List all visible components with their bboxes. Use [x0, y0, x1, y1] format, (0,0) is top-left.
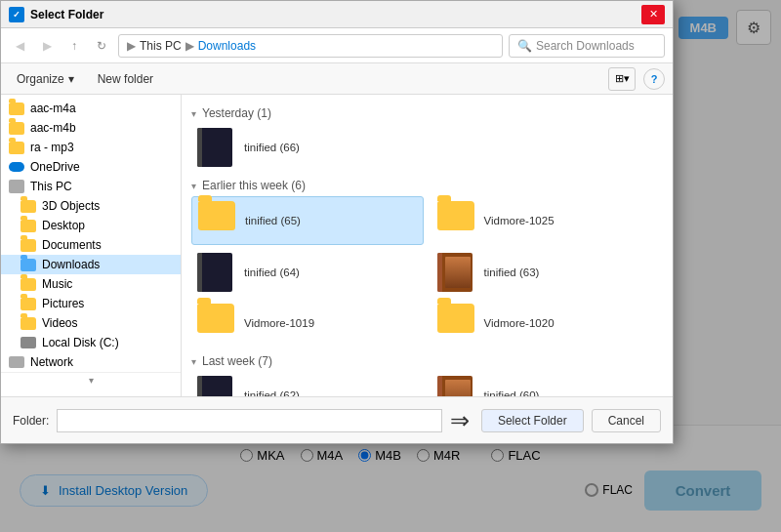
- navigation-tree: aac-m4aaac-m4bra - mp3OneDriveThis PC3D …: [1, 95, 182, 396]
- file-thumbnail: [197, 253, 236, 292]
- nav-item-aac-m4a[interactable]: aac-m4a: [1, 99, 181, 118]
- folder-large-icon: [437, 304, 474, 333]
- nav-item-label: Music: [42, 277, 72, 291]
- file-name: tinified (63): [484, 266, 540, 280]
- file-name: tinified (60): [484, 389, 540, 396]
- cancel-button[interactable]: Cancel: [592, 409, 661, 432]
- chevron-down-icon: ▾: [191, 356, 196, 367]
- folder-icon: [21, 239, 36, 252]
- folder-large-icon: [198, 201, 235, 230]
- nav-item-label: OneDrive: [30, 160, 80, 174]
- file-thumbnail: [437, 304, 476, 343]
- file-name: tinified (65): [245, 214, 301, 228]
- address-path: ▶ This PC ▶ Downloads: [118, 34, 503, 58]
- chevron-down-icon: ▾: [191, 108, 196, 119]
- nav-item-label: Downloads: [42, 258, 100, 271]
- dialog-footer: Folder: ⇒ Select Folder Cancel: [1, 396, 673, 443]
- nav-item-label: ra - mp3: [30, 141, 74, 154]
- section-header[interactable]: ▾ Yesterday (1): [191, 106, 663, 120]
- dialog-titlebar: ✓ Select Folder ✕: [1, 1, 673, 28]
- folder-large-icon: [437, 201, 474, 230]
- folder-icon: [21, 317, 36, 330]
- nav-item-this-pc[interactable]: This PC: [1, 177, 181, 196]
- nav-item-network[interactable]: Network: [1, 352, 181, 372]
- nav-item-documents[interactable]: Documents: [1, 235, 181, 255]
- list-item[interactable]: tinified (66): [191, 124, 424, 171]
- new-folder-button[interactable]: New folder: [90, 70, 161, 88]
- nav-item-pictures[interactable]: Pictures: [1, 294, 181, 313]
- list-item[interactable]: Vidmore-1025: [432, 196, 664, 245]
- list-item[interactable]: Vidmore-1019: [191, 300, 424, 347]
- nav-item-label: This PC: [30, 180, 72, 193]
- file-thumbnail: [197, 376, 236, 396]
- nav-scroll-down[interactable]: ▾: [1, 372, 182, 388]
- nav-item-local-disk-(c:)[interactable]: Local Disk (C:): [1, 333, 181, 352]
- nav-item-onedrive[interactable]: OneDrive: [1, 157, 181, 177]
- path-this-pc[interactable]: This PC: [140, 39, 182, 53]
- nav-item-ra---mp3[interactable]: ra - mp3: [1, 138, 181, 157]
- list-item[interactable]: Vidmore-1020: [432, 300, 664, 347]
- dialog-body: aac-m4aaac-m4bra - mp3OneDriveThis PC3D …: [1, 95, 673, 396]
- nav-item-desktop[interactable]: Desktop: [1, 216, 181, 235]
- file-thumbnail: [437, 201, 476, 240]
- book-cover-color-icon: [437, 376, 473, 396]
- folder-icon: [9, 142, 24, 154]
- folder-icon: [9, 122, 24, 135]
- nav-item-aac-m4b[interactable]: aac-m4b: [1, 118, 181, 138]
- chevron-down-icon: ▾: [191, 181, 196, 191]
- organize-button[interactable]: Organize ▾: [9, 70, 82, 88]
- files-grid: tinified (65)Vidmore-1025tinified (64)ti…: [191, 196, 663, 347]
- nav-item-videos[interactable]: Videos: [1, 313, 181, 333]
- file-name: tinified (64): [244, 266, 300, 280]
- nav-item-3d-objects[interactable]: 3D Objects: [1, 196, 181, 216]
- folder-icon: [21, 220, 36, 232]
- nav-item-label: Network: [30, 355, 73, 369]
- file-thumbnail: [197, 128, 236, 167]
- nav-item-label: aac-m4a: [30, 102, 76, 115]
- path-downloads[interactable]: Downloads: [198, 39, 256, 53]
- file-thumbnail: [197, 304, 236, 343]
- pc-icon: [9, 180, 24, 193]
- dialog-close-button[interactable]: ✕: [641, 5, 665, 24]
- section-header[interactable]: ▾ Last week (7): [191, 354, 663, 368]
- forward-button[interactable]: ▶: [36, 35, 58, 57]
- list-item[interactable]: tinified (60): [432, 372, 664, 396]
- list-item[interactable]: tinified (64): [191, 249, 424, 296]
- dialog-app-icon: ✓: [9, 7, 24, 22]
- files-grid: tinified (66): [191, 124, 663, 171]
- folder-icon: [21, 200, 36, 213]
- file-thumbnail: [198, 201, 237, 240]
- search-box[interactable]: 🔍 Search Downloads: [509, 34, 665, 58]
- list-item[interactable]: tinified (63): [432, 249, 664, 296]
- folder-input[interactable]: [57, 409, 442, 432]
- nav-item-music[interactable]: Music: [1, 274, 181, 294]
- file-thumbnail: [437, 376, 476, 396]
- nav-item-label: Pictures: [42, 297, 84, 310]
- folder-icon: [9, 102, 24, 115]
- search-icon: 🔍: [517, 39, 532, 53]
- section-header[interactable]: ▾ Earlier this week (6): [191, 179, 663, 192]
- book-cover-icon: [197, 376, 232, 396]
- nav-item-label: Local Disk (C:): [42, 336, 119, 349]
- view-button[interactable]: ⊞▾: [608, 67, 636, 91]
- refresh-button[interactable]: ↻: [91, 35, 112, 57]
- folder-large-icon: [197, 304, 234, 333]
- files-grid: tinified (62)tinified (60): [191, 372, 663, 396]
- file-name: tinified (66): [244, 141, 300, 155]
- address-bar: ◀ ▶ ↑ ↻ ▶ This PC ▶ Downloads 🔍 Search D…: [1, 28, 673, 63]
- folder-icon: [21, 298, 36, 310]
- select-folder-dialog: ✓ Select Folder ✕ ◀ ▶ ↑ ↻ ▶ This PC ▶ Do…: [0, 0, 674, 444]
- list-item[interactable]: tinified (62): [191, 372, 424, 396]
- book-cover-icon: [197, 253, 232, 292]
- nav-item-label: 3D Objects: [42, 199, 100, 213]
- back-button[interactable]: ◀: [9, 35, 30, 57]
- book-cover-color-icon: [437, 253, 473, 292]
- nav-item-label: Desktop: [42, 219, 85, 232]
- list-item[interactable]: tinified (65): [191, 196, 424, 245]
- help-button[interactable]: ?: [643, 68, 665, 90]
- dialog-title: Select Folder: [30, 8, 103, 21]
- up-button[interactable]: ↑: [63, 35, 85, 57]
- select-folder-button[interactable]: Select Folder: [481, 409, 584, 432]
- file-name: tinified (62): [244, 389, 300, 396]
- nav-item-downloads[interactable]: Downloads: [1, 255, 181, 274]
